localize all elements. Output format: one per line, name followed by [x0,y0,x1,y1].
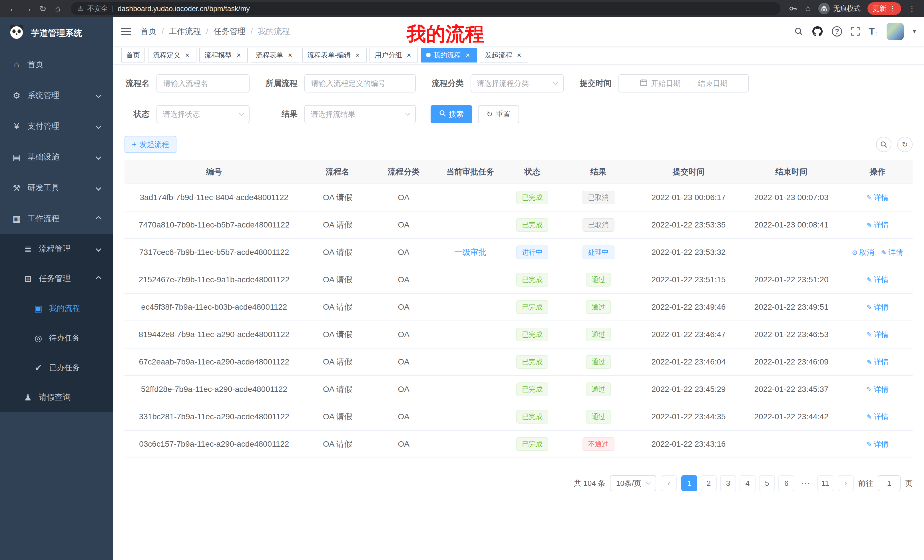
create-process-button[interactable]: + 发起流程 [124,136,177,153]
sidebar-item-infrastructure[interactable]: ▤ 基础设施 [0,142,113,172]
sidebar-item-dev-tools[interactable]: ⚒ 研发工具 [0,172,113,203]
submit-time-range[interactable]: 开始日期 - 结束日期 [618,74,748,93]
tab-start-process[interactable]: 发起流程× [480,48,528,63]
tab-home[interactable]: 首页 [121,48,145,63]
detail-link[interactable]: ✎详情 [866,276,889,284]
process-name-input[interactable] [156,74,249,93]
tab-process-definition[interactable]: 流程定义× [148,48,196,63]
address-bar[interactable]: ⚠ 不安全 | dashboard.yudao.iocoder.cn/bpm/t… [71,2,780,15]
browser-menu-icon[interactable]: ⋮ [908,4,916,13]
page-button-3[interactable]: 3 [720,475,736,491]
tab-process-form-edit[interactable]: 流程表单-编辑× [302,48,367,63]
sidebar-item-payment-mgmt[interactable]: ¥ 支付管理 [0,111,113,142]
cell-status: 已完成 [505,321,560,348]
date-end-placeholder[interactable]: 结束日期 [698,78,728,88]
menu-label: 系统管理 [27,90,59,101]
detail-link[interactable]: ✎详情 [866,412,889,421]
breadcrumb: 首页/ 工作流程/ 任务管理/ 我的流程 [141,26,290,37]
breadcrumb-task-mgmt[interactable]: 任务管理 [214,26,246,37]
page-button-11[interactable]: 11 [817,475,833,491]
refresh-table-button[interactable]: ↻ [897,137,913,152]
sidebar-item-todo-tasks[interactable]: ◎ 待办任务 [0,323,113,353]
cell-id: 331bc281-7b9a-11ec-a290-acde48001122 [124,403,304,430]
sidebar-item-task-mgmt[interactable]: ⊞ 任务管理 [0,264,113,293]
toggle-search-button[interactable] [876,137,891,152]
detail-link[interactable]: ✎详情 [866,358,889,366]
page-button-5[interactable]: 5 [759,475,775,491]
font-size-icon[interactable]: T↕ [869,26,878,37]
goto-page-input[interactable] [878,475,901,491]
tab-user-group[interactable]: 用户分组× [369,48,418,63]
detail-link[interactable]: ✎详情 [866,330,889,339]
breadcrumb-home[interactable]: 首页 [141,26,156,37]
sidebar-item-done-tasks[interactable]: ✔ 已办任务 [0,353,113,382]
status-tag: 已完成 [516,328,548,341]
status-select[interactable]: 请选择状态 [156,105,249,123]
prev-page-button[interactable]: ‹ [661,475,677,491]
cell-result: 通过 [560,293,637,321]
search-button[interactable]: 搜索 [430,105,472,123]
menu-label: 支付管理 [27,121,59,132]
sidebar-item-my-process[interactable]: ▣ 我的流程 [0,293,113,323]
page-button-1[interactable]: 1 [681,475,697,491]
browser-refresh-icon[interactable]: ↻ [35,4,50,14]
detail-link[interactable]: ✎详情 [866,193,889,202]
sidebar-item-system-mgmt[interactable]: ⚙ 系统管理 [0,80,113,111]
breadcrumb-separator: / [206,27,208,36]
tab-close-icon[interactable]: × [286,51,294,59]
tab-close-icon[interactable]: × [235,51,243,59]
detail-link[interactable]: ✎详情 [866,221,889,229]
process-definition-input[interactable] [304,74,416,93]
detail-link[interactable]: ✎详情 [866,440,889,448]
help-icon[interactable]: ? [832,26,842,36]
chevron-down-icon[interactable]: ▾ [913,28,916,35]
fullscreen-icon[interactable] [851,27,860,36]
browser-back-icon[interactable]: ← [6,4,21,13]
security-label[interactable]: 不安全 [87,4,108,13]
detail-link[interactable]: ✎详情 [866,303,889,311]
breadcrumb-workflow[interactable]: 工作流程 [169,26,201,37]
category-select[interactable]: 请选择流程分类 [471,74,564,93]
cancel-link[interactable]: ⊘取消 [852,248,874,257]
tab-process-model[interactable]: 流程模型× [199,48,248,63]
tab-close-icon[interactable]: × [464,51,472,59]
browser-home-icon[interactable]: ⌂ [50,4,65,13]
page-ellipsis[interactable]: ··· [798,475,814,491]
tab-close-icon[interactable]: × [405,51,413,59]
page-button-4[interactable]: 4 [740,475,756,491]
password-key-icon[interactable] [788,4,798,13]
hamburger-icon[interactable] [121,28,131,35]
sidebar-item-home[interactable]: ⌂ 首页 [0,49,113,80]
browser-update-button[interactable]: 更新 ⋮ [867,2,901,15]
detail-link[interactable]: ✎详情 [881,248,903,257]
page-button-2[interactable]: 2 [701,475,717,491]
sidebar-item-leave-query[interactable]: ♟ 请假查询 [0,382,113,412]
tab-close-icon[interactable]: × [183,51,191,59]
tab-process-form[interactable]: 流程表单× [251,48,299,63]
url-text[interactable]: dashboard.yudao.iocoder.cn/bpm/task/my [118,4,250,13]
date-start-placeholder[interactable]: 开始日期 [651,78,681,88]
result-select[interactable]: 请选择流结果 [304,105,416,123]
page-size-select[interactable]: 10条/页 [610,475,656,491]
user-avatar[interactable] [886,23,904,40]
detail-link[interactable]: ✎详情 [866,385,889,394]
status-label: 状态 [124,109,156,120]
tab-my-process[interactable]: 我的流程× [421,48,477,63]
search-icon[interactable] [794,27,803,36]
page-button-6[interactable]: 6 [778,475,794,491]
reset-button[interactable]: ↻ 重置 [478,105,519,123]
browser-forward-icon[interactable]: → [21,4,35,13]
menu-label: 我的流程 [49,303,80,313]
sidebar-item-workflow[interactable]: ▦ 工作流程 [0,203,113,234]
next-page-button[interactable]: › [838,475,854,491]
bookmark-star-icon[interactable]: ☆ [804,4,812,13]
tab-close-icon[interactable]: × [515,51,523,59]
cell-ops: ✎详情 [843,403,913,430]
cell-name: OA 请假 [304,430,372,458]
chevron-up-icon [96,216,101,222]
current-task-link[interactable]: 一级审批 [454,248,486,257]
result-tag: 已取消 [582,191,615,204]
tab-close-icon[interactable]: × [354,51,362,59]
sidebar-item-process-mgmt[interactable]: ≣ 流程管理 [0,234,113,264]
github-icon[interactable] [812,26,823,36]
